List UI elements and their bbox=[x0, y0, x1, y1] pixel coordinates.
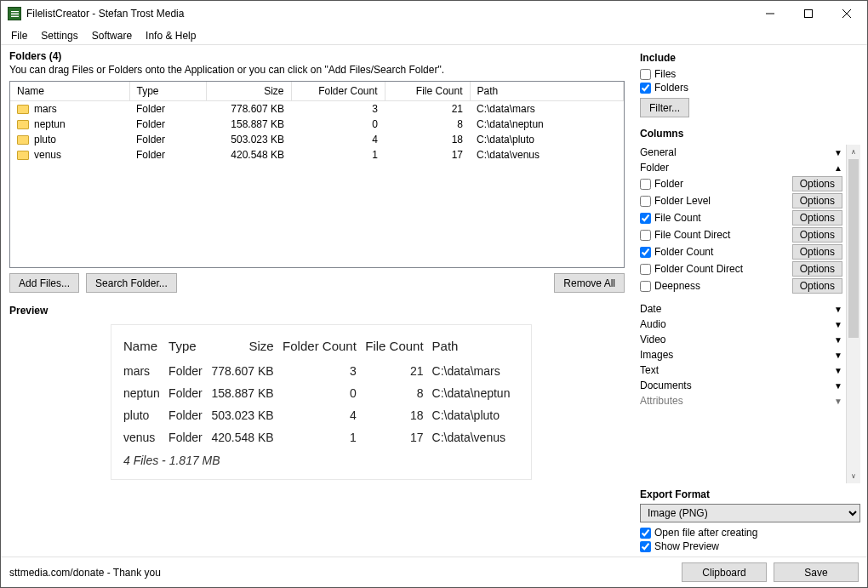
titlebar: FilelistCreator - Stefan Trost Media bbox=[1, 1, 867, 26]
preview-row: neptunFolder158.887 KB08C:\data\neptun bbox=[123, 382, 519, 404]
options-button[interactable]: Options bbox=[792, 244, 842, 260]
chevron-down-icon: ▼ bbox=[834, 320, 842, 329]
chevron-down-icon: ▼ bbox=[834, 335, 842, 345]
category-audio[interactable]: Audio▼ bbox=[640, 317, 842, 332]
folder-icon bbox=[17, 105, 29, 114]
options-button[interactable]: Options bbox=[792, 261, 842, 277]
folder-table-container: Name Type Size Folder Count File Count P… bbox=[9, 81, 625, 268]
preview-row: venusFolder420.548 KB117C:\data\venus bbox=[123, 426, 519, 448]
folder-table: Name Type Size Folder Count File Count P… bbox=[10, 82, 624, 163]
maximize-button[interactable] bbox=[789, 2, 827, 26]
col-type[interactable]: Type bbox=[129, 82, 206, 101]
minimize-button[interactable] bbox=[751, 2, 789, 26]
category-video[interactable]: Video▼ bbox=[640, 332, 842, 347]
opt-folder: FolderOptions bbox=[640, 175, 842, 192]
status-bar: sttmedia.com/donate - Thank you Clipboar… bbox=[1, 557, 867, 587]
pcol-folder-count: Folder Count bbox=[283, 334, 365, 360]
scroll-up-icon[interactable]: ∧ bbox=[847, 145, 860, 159]
options-button[interactable]: Options bbox=[792, 210, 842, 225]
col-size[interactable]: Size bbox=[206, 82, 291, 101]
category-date[interactable]: Date▼ bbox=[640, 301, 842, 317]
remove-all-button[interactable]: Remove All bbox=[554, 273, 625, 293]
options-button[interactable]: Options bbox=[792, 193, 842, 208]
category-general[interactable]: General▼ bbox=[640, 145, 842, 160]
clipboard-button[interactable]: Clipboard bbox=[682, 562, 767, 582]
category-folder[interactable]: Folder▲ bbox=[640, 160, 842, 175]
table-row[interactable]: mars Folder 778.607 KB 3 21 C:\data\mars bbox=[10, 101, 624, 117]
filter-button[interactable]: Filter... bbox=[640, 98, 689, 117]
table-row[interactable]: venus Folder 420.548 KB 1 17 C:\data\ven… bbox=[10, 147, 624, 163]
scrollbar-thumb[interactable] bbox=[848, 159, 859, 338]
opt-folder-count-direct: Folder Count DirectOptions bbox=[640, 260, 842, 277]
preview-table: Name Type Size Folder Count File Count P… bbox=[123, 334, 519, 448]
close-button[interactable] bbox=[827, 2, 865, 26]
pcol-file-count: File Count bbox=[365, 334, 432, 360]
menu-info-help[interactable]: Info & Help bbox=[139, 28, 203, 43]
scroll-down-icon[interactable]: ∨ bbox=[847, 469, 860, 483]
columns-scrollbar[interactable]: ∧ ∨ bbox=[846, 145, 860, 483]
columns-scroll: General▼ Folder▲ FolderOptions Folder Le… bbox=[640, 145, 846, 483]
include-files-checkbox[interactable]: Files bbox=[640, 67, 860, 81]
chevron-down-icon: ▼ bbox=[834, 366, 842, 375]
opt-file-count: File CountOptions bbox=[640, 209, 842, 226]
chevron-down-icon: ▼ bbox=[834, 351, 842, 360]
category-text[interactable]: Text▼ bbox=[640, 363, 842, 378]
left-pane: Folders (4) You can drag Files or Folder… bbox=[1, 45, 633, 557]
preview-row: marsFolder778.607 KB321C:\data\mars bbox=[123, 360, 519, 382]
folders-heading: Folders (4) bbox=[9, 50, 625, 62]
export-format-heading: Export Format bbox=[640, 488, 860, 500]
chevron-down-icon: ▼ bbox=[834, 305, 842, 314]
footer-text: sttmedia.com/donate - Thank you bbox=[9, 567, 161, 579]
save-button[interactable]: Save bbox=[774, 562, 859, 582]
include-heading: Include bbox=[640, 52, 860, 64]
include-folders-checkbox[interactable]: Folders bbox=[640, 81, 860, 94]
pcol-size: Size bbox=[211, 334, 283, 360]
opt-deepness: DeepnessOptions bbox=[640, 277, 842, 294]
chevron-up-icon: ▲ bbox=[834, 163, 842, 173]
options-button[interactable]: Options bbox=[792, 278, 842, 294]
col-path[interactable]: Path bbox=[470, 82, 624, 101]
preview-row: plutoFolder503.023 KB418C:\data\pluto bbox=[123, 404, 519, 426]
table-row[interactable]: pluto Folder 503.023 KB 4 18 C:\data\plu… bbox=[10, 132, 624, 147]
folder-icon bbox=[17, 151, 29, 160]
folders-checkbox-input[interactable] bbox=[640, 83, 651, 94]
col-name[interactable]: Name bbox=[10, 82, 129, 101]
category-attributes[interactable]: Attributes▼ bbox=[640, 393, 842, 408]
menubar: File Settings Software Info & Help bbox=[1, 26, 867, 45]
show-preview-checkbox[interactable]: Show Preview bbox=[640, 539, 860, 553]
columns-heading: Columns bbox=[640, 128, 860, 140]
hint-text: You can drag Files or Folders onto the A… bbox=[9, 64, 625, 76]
pcol-name: Name bbox=[123, 334, 168, 360]
files-checkbox-input[interactable] bbox=[640, 69, 651, 80]
pcol-type: Type bbox=[168, 334, 211, 360]
svg-rect-1 bbox=[804, 10, 812, 18]
opt-folder-level: Folder LevelOptions bbox=[640, 192, 842, 209]
preview-heading: Preview bbox=[9, 305, 625, 317]
app-icon bbox=[8, 7, 21, 20]
opt-folder-count: Folder CountOptions bbox=[640, 243, 842, 260]
open-after-checkbox[interactable]: Open file after creating bbox=[640, 526, 860, 539]
right-pane: Include Files Folders Filter... Columns … bbox=[633, 45, 867, 557]
opt-file-count-direct: File Count DirectOptions bbox=[640, 226, 842, 243]
menu-software[interactable]: Software bbox=[85, 28, 139, 43]
col-file-count[interactable]: File Count bbox=[385, 82, 470, 101]
search-folder-button[interactable]: Search Folder... bbox=[86, 273, 177, 293]
preview-box: Name Type Size Folder Count File Count P… bbox=[111, 325, 531, 479]
export-format-select[interactable]: Image (PNG) bbox=[640, 504, 860, 522]
window-title: FilelistCreator - Stefan Trost Media bbox=[26, 8, 751, 20]
category-documents[interactable]: Documents▼ bbox=[640, 378, 842, 393]
preview-summary: 4 Files - 1.817 MB bbox=[123, 454, 519, 467]
menu-settings[interactable]: Settings bbox=[34, 28, 84, 43]
pcol-path: Path bbox=[432, 334, 519, 360]
menu-file[interactable]: File bbox=[4, 28, 34, 43]
add-files-button[interactable]: Add Files... bbox=[9, 273, 79, 293]
options-button[interactable]: Options bbox=[792, 176, 842, 191]
col-folder-count[interactable]: Folder Count bbox=[291, 82, 385, 101]
chevron-down-icon: ▼ bbox=[834, 381, 842, 391]
folder-icon bbox=[17, 135, 29, 145]
folder-icon bbox=[17, 120, 29, 129]
table-row[interactable]: neptun Folder 158.887 KB 0 8 C:\data\nep… bbox=[10, 117, 624, 132]
category-images[interactable]: Images▼ bbox=[640, 347, 842, 363]
chevron-down-icon: ▼ bbox=[834, 397, 842, 406]
options-button[interactable]: Options bbox=[792, 227, 842, 243]
